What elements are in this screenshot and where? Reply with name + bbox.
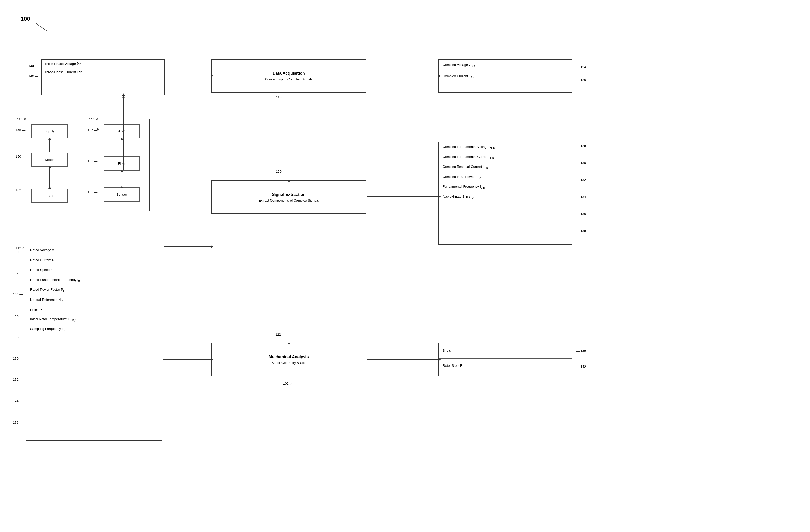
input-signals-box: Three-Phase Voltage v̄P,n Three-Phase Cu… bbox=[41, 59, 165, 95]
rated-pf-row: Rated Power Factor PF bbox=[26, 285, 162, 295]
ref-166: 166 — bbox=[13, 314, 23, 318]
signal-extraction-box: Signal Extraction Extract Components of … bbox=[211, 180, 366, 214]
filter-sensor-line bbox=[122, 172, 122, 187]
signal-ext-title: Signal Extraction bbox=[272, 192, 306, 197]
ref-100-arrow bbox=[36, 23, 47, 31]
ref-102: 102 ↗ bbox=[283, 382, 292, 385]
current-label: Three-Phase Current īP,n bbox=[42, 68, 164, 76]
poles-row: Poles P bbox=[26, 305, 162, 315]
neutral-ref-row: Neutral Reference NR bbox=[26, 295, 162, 305]
supply-box: Supply bbox=[31, 124, 67, 139]
ref-114: 114 ↗ bbox=[89, 117, 98, 121]
ref-148: 148 — bbox=[15, 128, 25, 132]
ref-112: 112 ↗ bbox=[15, 246, 25, 250]
ref-120: 120 bbox=[276, 170, 281, 174]
ref-152: 152 — bbox=[15, 188, 25, 192]
rated-freq-row: Rated Fundamental Frequency f0 bbox=[26, 275, 162, 285]
mech-title: Mechanical Analysis bbox=[269, 355, 309, 359]
mechanical-analysis-box: Mechanical Analysis Motor Geometry & Sli… bbox=[211, 343, 366, 376]
load-arrow-down bbox=[48, 187, 51, 189]
supply-motor-arrow bbox=[49, 139, 50, 151]
load-box: Load bbox=[31, 189, 67, 203]
ref-118: 118 bbox=[276, 95, 281, 99]
ref-150: 150 — bbox=[15, 155, 25, 159]
complex-fund-voltage-row: Complex Fundamental Voltage vF,n bbox=[439, 142, 572, 152]
complex-vc-ic-box: Complex Voltage vC,n Complex Current iC,… bbox=[438, 59, 572, 93]
input-to-dacq-arrow bbox=[165, 76, 211, 76]
ref-124: — 124 bbox=[576, 65, 586, 69]
ref-172: 172 — bbox=[13, 377, 23, 382]
adc-box: ADC bbox=[104, 124, 140, 139]
supply-arrow-down bbox=[48, 138, 51, 140]
data-acquisition-box: Data Acquisition Convert 3-φ to Complex … bbox=[211, 59, 366, 93]
ref-156: 156 — bbox=[88, 159, 97, 163]
diagram-container: 100 Three-Phase Voltage v̄P,n Three-Phas… bbox=[0, 0, 810, 532]
rated-speed-row: Rated Speed r0 bbox=[26, 265, 162, 275]
mech-subtitle: Motor Geometry & Slip bbox=[272, 361, 306, 365]
motor-load-arrow bbox=[49, 167, 50, 188]
ref-146: 146 — bbox=[28, 74, 38, 78]
ref-136: — 136 bbox=[576, 212, 586, 216]
dacq-to-sigext-arrow bbox=[289, 93, 289, 180]
rated-current-row: Rated Current i0 bbox=[26, 255, 162, 265]
ref-164: 164 — bbox=[13, 292, 23, 296]
fund-freq-row: Fundamental Frequency f0,n bbox=[439, 182, 572, 192]
adc-arrow bbox=[121, 138, 123, 140]
filter-box: Filter bbox=[104, 157, 140, 171]
ref-132: — 132 bbox=[576, 178, 586, 182]
sampling-freq-row: Sampling Frequency fS bbox=[26, 324, 162, 334]
ref-110: 110 ↗ bbox=[17, 117, 26, 121]
ref-130: — 130 bbox=[576, 161, 586, 165]
supply-motor-load-box: Supply Motor Load bbox=[26, 118, 77, 211]
adc-filter-sensor-box: ADC Filter Sensor bbox=[98, 118, 149, 211]
voltage-label: Three-Phase Voltage v̄P,n bbox=[42, 60, 164, 68]
supply-to-adc-arrow bbox=[78, 129, 97, 129]
ref-142: — 142 bbox=[576, 365, 586, 369]
adc-filter-line bbox=[122, 139, 122, 156]
ref-144: 144 — bbox=[28, 64, 38, 68]
sigext-to-outputs-arrow bbox=[367, 196, 439, 197]
ref-170: 170 — bbox=[13, 356, 23, 360]
sensor-arrow bbox=[121, 186, 123, 188]
complex-fund-current-row: Complex Fundamental Current iF,n bbox=[439, 152, 572, 162]
ref-162: 162 — bbox=[13, 271, 23, 275]
rotor-slots-row: Rotor Slots R bbox=[439, 358, 572, 373]
approx-slip-row: Approximate Slip sP,n bbox=[439, 192, 572, 202]
rated-voltage-row: Rated Voltage v0 bbox=[26, 245, 162, 255]
sigext-to-mech-arrow bbox=[289, 214, 289, 343]
ref-168: 168 — bbox=[13, 335, 23, 339]
signal-ext-subtitle: Extract Components of Complex Signals bbox=[259, 198, 319, 202]
motor-params-box: Rated Voltage v0 Rated Current i0 Rated … bbox=[26, 245, 162, 441]
ref-100: 100 bbox=[21, 15, 30, 22]
complex-voltage-row: Complex Voltage vC,n bbox=[439, 60, 572, 71]
data-acq-subtitle: Convert 3-φ to Complex Signals bbox=[265, 77, 313, 81]
ref-176: 176 — bbox=[13, 421, 23, 424]
ref-126: — 126 bbox=[576, 78, 586, 82]
sensor-box: Sensor bbox=[104, 188, 140, 201]
ref-140: — 140 bbox=[576, 349, 586, 353]
ref-134: — 134 bbox=[576, 195, 586, 199]
rotor-temp-row: Initial Rotor Temperature ΘTR,0 bbox=[26, 315, 162, 324]
sensor-up-line bbox=[123, 95, 124, 170]
data-acq-title: Data Acquisition bbox=[273, 71, 305, 76]
complex-residual-current-row: Complex Residual Current iR,n bbox=[439, 162, 572, 172]
params-to-mech-h-line bbox=[164, 246, 211, 247]
complex-input-power-row: Complex Input Power pF,n bbox=[439, 172, 572, 182]
ref-128: — 128 bbox=[576, 144, 586, 148]
complex-current-row: Complex Current iC,n bbox=[439, 71, 572, 82]
ref-138: — 138 bbox=[576, 229, 586, 233]
filter-arrow bbox=[121, 170, 123, 172]
ref-158: 158 — bbox=[88, 190, 97, 194]
mech-outputs-box: Slip sn Rotor Slots R bbox=[438, 343, 572, 376]
motor-box: Motor bbox=[31, 152, 67, 167]
params-to-mech-arrow bbox=[163, 359, 211, 360]
ref-122: 122 bbox=[275, 333, 281, 336]
mech-to-outputs-arrow bbox=[367, 359, 439, 360]
motor-arrow-down bbox=[48, 166, 51, 168]
ref-160: 160 — bbox=[13, 250, 23, 254]
params-up-line bbox=[164, 246, 164, 342]
dacq-to-vcic-arrow bbox=[367, 76, 439, 76]
ref-174: 174 — bbox=[13, 399, 23, 403]
slip-row: Slip sn bbox=[439, 343, 572, 358]
signal-ext-outputs-box: Complex Fundamental Voltage vF,n Complex… bbox=[438, 142, 572, 245]
